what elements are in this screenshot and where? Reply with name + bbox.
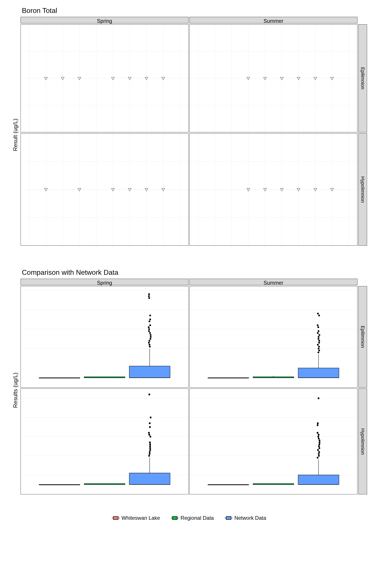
bottom-facet-grid: Results (ug/L) Spring Summer Epilimnion …: [11, 279, 367, 502]
svg-point-151: [149, 443, 151, 445]
svg-point-185: [319, 441, 321, 443]
svg-point-150: [149, 445, 151, 447]
svg-point-153: [150, 436, 151, 438]
col-header-summer-b: Summer: [189, 279, 357, 285]
col-header-summer: Summer: [189, 17, 357, 23]
panel-spring-hypo: 4.9504.9755.0005.0255.050201620172018201…: [21, 133, 189, 246]
svg-point-88: [149, 324, 151, 326]
legend-key-icon: [171, 515, 179, 521]
svg-point-118: [318, 340, 320, 342]
svg-point-192: [317, 422, 319, 424]
figure: Boron Total Result (ug/L) Spring Summer …: [0, 0, 378, 528]
top-facet-grid: Result (ug/L) Spring Summer Epilimnion H…: [11, 17, 367, 253]
panel-spring-epi: 4.9504.9755.0005.0255.050: [21, 24, 189, 132]
svg-point-84: [149, 332, 151, 334]
row-header-epi: Epilimnion: [358, 24, 367, 132]
svg-point-189: [318, 434, 320, 436]
svg-point-188: [317, 436, 319, 438]
svg-point-89: [148, 321, 150, 322]
svg-point-180: [318, 451, 320, 453]
svg-point-113: [318, 349, 320, 351]
bpanel-spring-epi: 1020304050: [21, 286, 189, 388]
legend-key-icon: [112, 515, 120, 521]
svg-point-191: [317, 424, 319, 426]
svg-point-149: [149, 447, 151, 449]
svg-point-146: [149, 453, 150, 455]
svg-rect-143: [129, 473, 170, 485]
svg-point-178: [318, 455, 320, 457]
svg-point-91: [149, 315, 151, 316]
bottom-chart-title: Comparison with Network Data: [22, 268, 367, 277]
svg-point-120: [318, 336, 319, 338]
svg-point-148: [149, 449, 151, 451]
legend-item-whiteswan: Whiteswan Lake: [112, 515, 160, 521]
svg-point-182: [319, 447, 320, 449]
svg-point-124: [317, 326, 319, 328]
svg-point-154: [148, 434, 150, 436]
svg-point-159: [148, 394, 150, 395]
bottom-y-axis-label: Results (ug/L): [11, 286, 20, 494]
svg-rect-110: [298, 368, 339, 378]
svg-point-193: [318, 398, 319, 399]
legend: Whiteswan Lake Regional Data Network Dat…: [11, 515, 367, 521]
svg-point-186: [319, 440, 321, 441]
svg-point-80: [148, 340, 150, 342]
svg-point-90: [149, 319, 151, 320]
svg-point-157: [149, 422, 151, 424]
top-chart-title: Boron Total: [22, 7, 367, 15]
svg-point-121: [319, 334, 320, 336]
panel-summer-hypo: 2016201720182019202020212022202320242025: [189, 133, 357, 246]
svg-point-94: [148, 293, 150, 295]
svg-point-147: [149, 451, 150, 453]
svg-point-82: [150, 336, 152, 338]
legend-key-icon: [225, 515, 232, 521]
bpanel-summer-hypo: Boron Total: [189, 388, 357, 494]
svg-point-127: [317, 313, 319, 314]
svg-point-155: [148, 432, 150, 434]
legend-label: Network Data: [234, 515, 266, 521]
legend-item-regional: Regional Data: [171, 515, 214, 521]
svg-point-81: [150, 338, 151, 340]
svg-point-92: [148, 297, 150, 299]
svg-point-177: [317, 457, 319, 458]
svg-point-123: [318, 330, 319, 332]
svg-point-125: [317, 324, 319, 326]
row-header-hypo-b: Hypolimnion: [358, 388, 367, 494]
legend-item-network: Network Data: [225, 515, 266, 521]
col-header-spring: Spring: [21, 17, 189, 23]
svg-point-117: [318, 342, 320, 344]
legend-label: Whiteswan Lake: [122, 515, 160, 521]
svg-point-183: [318, 445, 320, 447]
svg-point-115: [318, 346, 320, 347]
svg-rect-75: [129, 366, 170, 378]
bpanel-spring-hypo: 1020304050Boron Total: [21, 388, 189, 494]
svg-point-78: [148, 344, 150, 346]
svg-point-184: [319, 443, 320, 445]
svg-rect-175: [298, 475, 339, 484]
svg-point-77: [149, 346, 151, 347]
svg-point-93: [148, 295, 150, 297]
svg-point-181: [317, 449, 319, 451]
top-y-axis-label: Result (ug/L): [11, 24, 20, 246]
panel-summer-epi: [189, 24, 357, 132]
bpanel-summer-epi: [189, 286, 357, 388]
svg-point-86: [148, 328, 150, 330]
svg-point-87: [148, 326, 150, 328]
svg-point-114: [318, 347, 320, 349]
svg-point-179: [318, 453, 320, 455]
svg-point-126: [318, 315, 320, 316]
svg-point-119: [318, 338, 319, 340]
svg-point-112: [318, 351, 319, 353]
svg-point-156: [149, 426, 151, 428]
svg-point-145: [148, 455, 150, 457]
row-header-hypo: Hypolimnion: [358, 133, 367, 246]
svg-point-187: [318, 438, 320, 440]
svg-point-116: [317, 344, 319, 346]
svg-point-85: [148, 330, 150, 332]
svg-point-152: [149, 441, 151, 443]
svg-point-122: [317, 332, 319, 334]
row-header-epi-b: Epilimnion: [358, 286, 367, 388]
svg-point-190: [317, 432, 319, 434]
svg-point-158: [150, 416, 152, 418]
col-header-spring-b: Spring: [21, 279, 189, 285]
